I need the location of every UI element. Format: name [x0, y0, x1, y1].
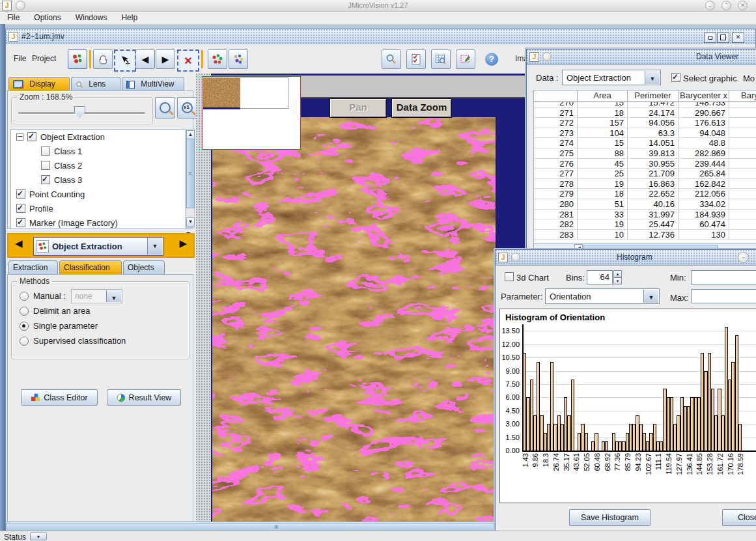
frame-restore-button[interactable]	[717, 33, 729, 43]
tree-checkbox[interactable]	[16, 204, 25, 213]
table-row[interactable]: 2805140.16334.02383.29	[534, 199, 756, 210]
tab-display[interactable]: Display	[8, 77, 70, 91]
document-titlebar[interactable]: J #2~1um.jmv ✕	[6, 29, 755, 45]
tree-item[interactable]: Profile	[11, 201, 186, 215]
table-row[interactable]: 27215794.056176.613374.59	[534, 118, 756, 128]
radio-icon[interactable]	[20, 307, 29, 316]
object-extraction-tool-button[interactable]	[208, 49, 227, 69]
objects-tool-button[interactable]	[68, 49, 87, 69]
data-viewer-menu-button[interactable]	[542, 52, 552, 61]
tree-expander-icon[interactable]	[16, 133, 23, 141]
tree-item[interactable]: Marker (Image Factory)	[11, 215, 186, 229]
col-barycenter-y[interactable]: Barycenter	[729, 90, 756, 102]
status-dropdown-button[interactable]: ▼	[30, 533, 47, 540]
tab-objects[interactable]: Objects	[123, 260, 165, 275]
next-button[interactable]: ▶	[156, 49, 175, 69]
dropdown-arrow-icon[interactable]: ▼	[147, 238, 162, 255]
tree-checkbox[interactable]	[27, 132, 36, 141]
table-row[interactable]: 2764530.955239.444383.26	[534, 159, 756, 169]
navigator-overlay[interactable]	[202, 76, 301, 150]
histogram-bar[interactable]	[738, 424, 742, 451]
table-row[interactable]: 2741514.05148.8375.53	[534, 138, 756, 148]
method-option[interactable]: Supervised classification	[20, 333, 185, 348]
point-counting-tool-button[interactable]	[229, 49, 248, 69]
method-option[interactable]: Delimit an area	[20, 303, 185, 318]
tab-extraction[interactable]: Extraction	[8, 260, 58, 275]
tree-item[interactable]: Class 3	[11, 173, 186, 187]
dropdown-arrow-icon[interactable]: ▼	[643, 290, 658, 303]
selector-next-icon[interactable]: ▶	[179, 238, 187, 249]
select-graphic-checkbox[interactable]	[671, 73, 680, 82]
toolbar-file-menu[interactable]: File	[14, 54, 26, 63]
tree-checkbox[interactable]	[16, 218, 25, 227]
tree-scroll-thumb[interactable]	[186, 139, 195, 208]
histogram-titlebar[interactable]: J Histogram ⌄	[496, 250, 756, 266]
results-table[interactable]: Area Perimeter Barycenter x Barycenter 2…	[533, 90, 756, 244]
tree-checkbox[interactable]	[41, 161, 50, 170]
radio-icon[interactable]	[20, 292, 29, 301]
menu-file[interactable]: File	[0, 12, 27, 22]
tab-classification[interactable]: Classification	[59, 260, 122, 275]
navigator-thumbnail[interactable]	[203, 77, 240, 107]
pan-tool-button[interactable]	[93, 49, 113, 69]
data-zoom-mode-button[interactable]: Data Zoom	[391, 98, 452, 118]
microscopy-image[interactable]	[212, 117, 496, 521]
bins-input[interactable]: 64	[587, 270, 613, 284]
parameter-combo[interactable]: Orientation ▼	[545, 288, 660, 304]
histogram-bar[interactable]	[571, 380, 574, 451]
radio-icon[interactable]	[20, 337, 29, 346]
tree-checkbox[interactable]	[16, 189, 25, 199]
col-perimeter[interactable]: Perimeter	[628, 90, 679, 102]
menu-options[interactable]: Options	[27, 12, 68, 22]
minimize-button[interactable]: ⌄	[705, 1, 715, 10]
tree-item[interactable]: Point Counting	[11, 187, 186, 201]
class-editor-button[interactable]: Class Editor	[21, 389, 98, 406]
max-input[interactable]	[691, 289, 756, 303]
col-area[interactable]: Area	[578, 90, 628, 102]
dropdown-arrow-icon[interactable]: ▼	[645, 71, 660, 84]
chart-3d-checkbox[interactable]	[505, 272, 514, 281]
histogram-menu-button[interactable]	[511, 253, 520, 262]
tab-lens[interactable]: Lens	[71, 77, 120, 91]
histogram-bar[interactable]	[595, 433, 598, 451]
table-row[interactable]: 2758839.813282.869380.59	[534, 148, 756, 159]
data-viewer-button[interactable]	[431, 49, 451, 69]
scroll-down-icon[interactable]: ▼	[186, 217, 195, 227]
col-index[interactable]	[534, 90, 578, 102]
table-row[interactable]: 2813331.997184.939383.72	[534, 210, 756, 220]
select-move-tool-button[interactable]	[114, 49, 136, 72]
bins-spin-up[interactable]: ▲	[613, 270, 622, 277]
tab-multiview[interactable]: MultiView	[122, 77, 184, 91]
tree-scrollbar[interactable]: ▲ ▼	[185, 129, 195, 228]
tree-checkbox[interactable]	[41, 175, 50, 184]
tool-selector-combo[interactable]: Object Extraction ▼	[33, 237, 163, 256]
result-view-button[interactable]: Result View	[107, 389, 181, 406]
toolbar-project-menu[interactable]: Project	[32, 54, 56, 63]
frame-close-button[interactable]: ✕	[732, 33, 744, 43]
min-input[interactable]	[691, 270, 756, 284]
table-row[interactable]: 2791822.652212.056383.66	[534, 189, 756, 199]
table-row[interactable]: 2781916.863162.842383.57	[534, 179, 756, 189]
tree-checkbox[interactable]	[41, 146, 50, 156]
table-row[interactable]: 2821925.44760.47438	[534, 219, 756, 230]
col-barycenter-x[interactable]: Barycenter x	[679, 90, 729, 102]
display-tree[interactable]: Object ExtractionClass 1Class 2Class 3Po…	[10, 129, 186, 229]
menu-windows[interactable]: Windows	[68, 12, 115, 22]
scroll-up-icon[interactable]: ▲	[186, 130, 195, 139]
close-button[interactable]: ✕	[738, 1, 748, 10]
delete-selection-button[interactable]: ✕	[177, 49, 199, 72]
menu-help[interactable]: Help	[114, 12, 145, 22]
collapse-button[interactable]: ⌄	[738, 252, 749, 263]
method-option[interactable]: Single parameter	[20, 318, 185, 333]
table-row[interactable]: 2701515.472148.753372.	[534, 102, 756, 108]
edit-region-button[interactable]	[456, 49, 475, 69]
tree-item[interactable]: Object Extraction	[11, 130, 186, 144]
table-row[interactable]: 2831012.736130383.	[534, 230, 756, 240]
tree-item[interactable]: Class 1	[11, 144, 186, 158]
tree-item[interactable]: Class 2	[11, 158, 186, 173]
table-row[interactable]: 2711824.174290.667372.66	[534, 108, 756, 118]
bins-spin-down[interactable]: ▼	[613, 277, 622, 284]
zoom-slider-thumb[interactable]	[74, 106, 85, 118]
radio-icon[interactable]	[20, 322, 29, 331]
histogram-bar[interactable]	[585, 433, 588, 451]
